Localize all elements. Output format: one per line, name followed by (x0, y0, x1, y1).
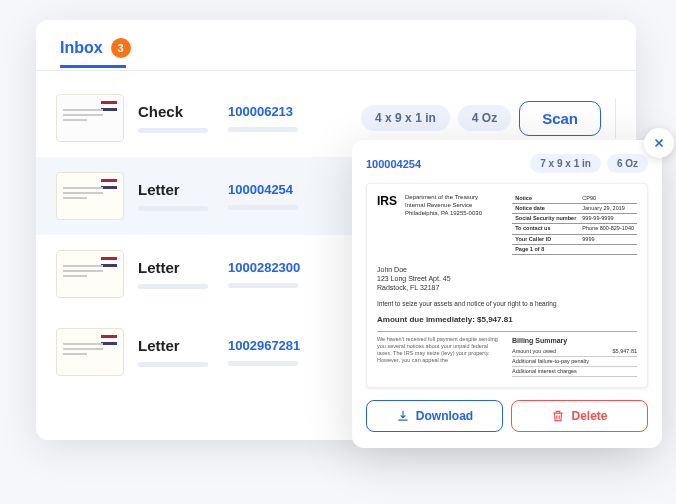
delete-button[interactable]: Delete (511, 400, 648, 432)
doc-body: We haven't received full payment despite… (377, 336, 502, 378)
mail-id: 1002967281 (228, 338, 338, 366)
download-label: Download (416, 409, 473, 423)
billing-row: Additional failure-to-pay penalty (512, 357, 637, 367)
doc-amount-value: $5,947.81 (477, 315, 513, 324)
trash-icon (551, 409, 565, 423)
mail-type: Letter (138, 337, 228, 367)
meta-val (579, 244, 637, 254)
mail-type: Letter (138, 181, 228, 211)
close-icon (652, 136, 666, 150)
mail-id: 100004254 (228, 182, 338, 210)
tab-inbox[interactable]: Inbox (60, 39, 103, 57)
doc-name: John Doe (377, 265, 637, 274)
billing-row: Amount you owed$5,947.81 (512, 347, 637, 357)
detail-id: 100004254 (366, 158, 524, 170)
divider (615, 98, 616, 138)
weight-pill: 4 Oz (458, 105, 511, 131)
meta-key: Notice (512, 194, 579, 204)
meta-val: 999-99-9999 (579, 214, 637, 224)
detail-actions: Download Delete (366, 400, 648, 432)
mail-type: Letter (138, 259, 228, 289)
meta-val: CP90 (579, 194, 637, 204)
billing-title: Billing Summary (512, 336, 637, 345)
close-button[interactable] (644, 128, 674, 158)
doc-intent: Intent to seize your assets and notice o… (377, 300, 637, 308)
meta-key: Social Security number (512, 214, 579, 224)
download-button[interactable]: Download (366, 400, 503, 432)
doc-dept-line: Philadelphia, PA 19255-0030 (405, 210, 504, 218)
scan-button[interactable]: Scan (519, 101, 601, 136)
detail-panel: 100004254 7 x 9 x 1 in 6 Oz IRS Departme… (352, 140, 662, 448)
count-badge: 3 (111, 38, 131, 58)
meta-key: Page 1 of 8 (512, 244, 579, 254)
mail-thumbnail (56, 94, 124, 142)
meta-val: January 29, 2019 (579, 204, 637, 214)
doc-amount: Amount due immediately: $5,947.81 (377, 315, 637, 325)
doc-dept-line: Internal Revenue Service (405, 202, 504, 210)
irs-logo: IRS (377, 194, 397, 210)
doc-meta-table: NoticeCP90Notice dateJanuary 29, 2019Soc… (512, 194, 637, 255)
doc-amount-label: Amount due immediately: (377, 315, 475, 324)
meta-key: Notice date (512, 204, 579, 214)
mail-id: 100006213 (228, 104, 338, 132)
dims-pill: 4 x 9 x 1 in (361, 105, 450, 131)
detail-header: 100004254 7 x 9 x 1 in 6 Oz (366, 154, 648, 173)
tab-underline (60, 65, 126, 68)
mail-thumbnail (56, 328, 124, 376)
mail-type: Check (138, 103, 228, 133)
doc-addr-line: Radstock, FL 32187 (377, 283, 637, 292)
doc-dept-line: Department of the Treasury (405, 194, 504, 202)
mail-thumbnail (56, 172, 124, 220)
meta-key: Your Caller ID (512, 234, 579, 244)
detail-weight: 6 Oz (607, 154, 648, 173)
document-preview: IRS Department of the Treasury Internal … (366, 183, 648, 388)
doc-addr-line: 123 Long Street Apt. 45 (377, 274, 637, 283)
header: Inbox 3 (36, 38, 636, 71)
meta-key: To contact us (512, 224, 579, 234)
mail-thumbnail (56, 250, 124, 298)
mail-id: 1000282300 (228, 260, 338, 288)
meta-val: 9999 (579, 234, 637, 244)
delete-label: Delete (571, 409, 607, 423)
billing-summary: Billing Summary Amount you owed$5,947.81… (512, 336, 637, 378)
meta-val: Phone 800-829-1040 (579, 224, 637, 234)
doc-address: John Doe 123 Long Street Apt. 45 Radstoc… (377, 265, 637, 292)
billing-row: Additional interest charges (512, 367, 637, 377)
download-icon (396, 409, 410, 423)
detail-dims: 7 x 9 x 1 in (530, 154, 601, 173)
